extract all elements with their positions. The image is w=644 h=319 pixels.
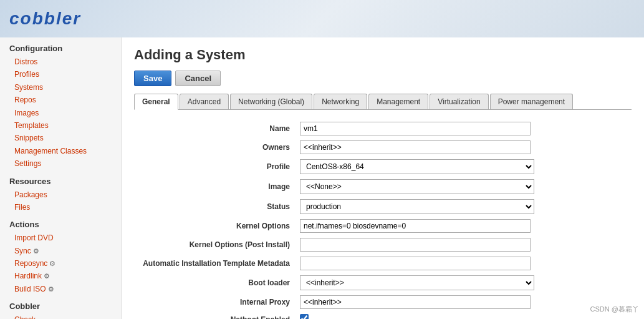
reposync-gear-icon: ⚙ — [49, 258, 55, 270]
status-select[interactable]: production — [300, 199, 534, 214]
save-button[interactable]: Save — [134, 71, 171, 86]
header: cobbler — [0, 0, 644, 37]
main-layout: Configuration Distros Profiles Systems R… — [0, 37, 644, 319]
name-input[interactable] — [300, 122, 531, 135]
content-area: Adding a System Save Cancel General Adva… — [122, 37, 644, 319]
internal-proxy-input[interactable] — [300, 295, 531, 309]
field-label-kernel-options-post: Kernel Options (Post Install) — [134, 235, 296, 254]
table-row: Boot loader <<inherit>> — [134, 273, 632, 293]
tab-power-management[interactable]: Power management — [490, 94, 573, 109]
profile-select[interactable]: CentOS8-x86_64 — [300, 159, 534, 174]
sidebar-item-systems[interactable]: Systems — [9, 81, 112, 94]
tab-advanced[interactable]: Advanced — [180, 94, 229, 109]
watermark: CSDN @暮霜丫 — [590, 305, 639, 314]
sidebar-item-files[interactable]: Files — [9, 201, 112, 213]
cancel-button[interactable]: Cancel — [175, 71, 221, 86]
sidebar-item-hardlink[interactable]: Hardlink ⚙ — [9, 270, 112, 282]
cobbler-section-title: Cobbler — [9, 302, 112, 311]
tabs-container: General Advanced Networking (Global) Net… — [134, 94, 632, 110]
sidebar-item-profiles[interactable]: Profiles — [9, 68, 112, 81]
table-row: Automatic Installation Template Metadata — [134, 254, 632, 273]
table-row: Status production — [134, 197, 632, 217]
tab-management[interactable]: Management — [368, 94, 428, 109]
image-select[interactable]: <<None>> — [300, 179, 534, 194]
field-label-internal-proxy: Internal Proxy — [134, 293, 296, 312]
boot-loader-select[interactable]: <<inherit>> — [300, 275, 534, 290]
sidebar-item-images[interactable]: Images — [9, 107, 112, 119]
resources-section-title: Resources — [9, 177, 112, 186]
field-label-auto-install-template-metadata: Automatic Installation Template Metadata — [134, 254, 296, 273]
build-iso-gear-icon: ⚙ — [48, 283, 54, 295]
auto-install-template-metadata-input[interactable] — [300, 257, 531, 270]
table-row: Profile CentOS8-x86_64 — [134, 157, 632, 177]
sidebar-item-import-dvd[interactable]: Import DVD — [9, 232, 112, 244]
kernel-options-input[interactable] — [300, 219, 531, 233]
tab-virtualization[interactable]: Virtualization — [430, 94, 488, 109]
table-row: Internal Proxy — [134, 293, 632, 312]
sync-gear-icon: ⚙ — [33, 245, 39, 257]
table-row: Image <<None>> — [134, 177, 632, 197]
table-row: Name — [134, 119, 632, 138]
table-row: Kernel Options (Post Install) — [134, 235, 632, 254]
field-label-profile: Profile — [134, 157, 296, 177]
field-label-boot-loader: Boot loader — [134, 273, 296, 293]
tab-networking[interactable]: Networking — [314, 94, 367, 109]
sidebar-item-reposync[interactable]: Reposync ⚙ — [9, 257, 112, 270]
field-label-kernel-options: Kernel Options — [134, 217, 296, 235]
field-label-name: Name — [134, 119, 296, 138]
form-table: Name Owners Profile CentOS8-x86_64 — [134, 119, 632, 319]
field-label-status: Status — [134, 197, 296, 217]
table-row: Kernel Options — [134, 217, 632, 235]
table-row: Owners — [134, 138, 632, 157]
field-label-netboot-enabled: Netboot Enabled — [134, 312, 296, 319]
hardlink-gear-icon: ⚙ — [44, 270, 50, 282]
field-label-owners: Owners — [134, 138, 296, 157]
sidebar-item-templates[interactable]: Templates — [9, 119, 112, 132]
page-title: Adding a System — [134, 47, 632, 63]
tab-general[interactable]: General — [134, 94, 178, 110]
configuration-section-title: Configuration — [9, 44, 112, 53]
sidebar-item-repos[interactable]: Repos — [9, 94, 112, 106]
actions-section-title: Actions — [9, 220, 112, 229]
kernel-options-post-input[interactable] — [300, 238, 531, 252]
sidebar-item-management-classes[interactable]: Management Classes — [9, 145, 112, 157]
sidebar-item-sync[interactable]: Sync ⚙ — [9, 245, 112, 257]
action-buttons: Save Cancel — [134, 71, 632, 86]
owners-input[interactable] — [300, 140, 531, 154]
sidebar-item-check[interactable]: Check — [9, 313, 112, 319]
netboot-enabled-checkbox[interactable] — [300, 314, 309, 319]
sidebar-item-build-iso[interactable]: Build ISO ⚙ — [9, 283, 112, 295]
sidebar-item-packages[interactable]: Packages — [9, 189, 112, 201]
tab-networking-global[interactable]: Networking (Global) — [230, 94, 312, 109]
sidebar-item-snippets[interactable]: Snippets — [9, 132, 112, 144]
field-label-image: Image — [134, 177, 296, 197]
sidebar-item-settings[interactable]: Settings — [9, 157, 112, 170]
sidebar-item-distros[interactable]: Distros — [9, 56, 112, 68]
table-row: Netboot Enabled — [134, 312, 632, 319]
logo: cobbler — [9, 9, 81, 29]
sidebar: Configuration Distros Profiles Systems R… — [0, 37, 122, 319]
